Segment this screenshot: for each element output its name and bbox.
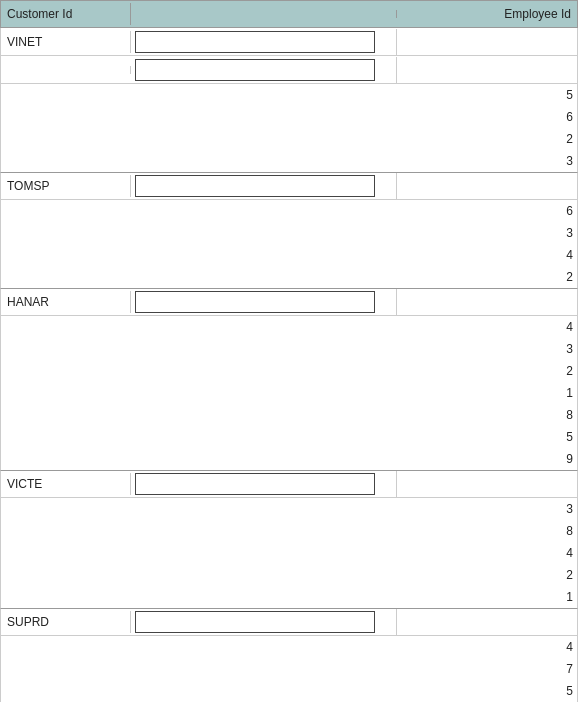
detail-row: 5 bbox=[0, 84, 578, 106]
detail-row: 1 bbox=[0, 382, 578, 404]
group-second-input-field[interactable] bbox=[135, 59, 375, 81]
group-header-row: TOMSP bbox=[0, 172, 578, 200]
detail-employee-value: 6 bbox=[397, 202, 577, 220]
detail-row: 4 bbox=[0, 636, 578, 658]
group-customer-id: VICTE bbox=[1, 473, 131, 495]
detail-employee-value: 4 bbox=[397, 246, 577, 264]
group-employee-cell bbox=[397, 182, 577, 190]
detail-row: 4 bbox=[0, 542, 578, 564]
group-input-field[interactable] bbox=[135, 31, 375, 53]
group-input-field[interactable] bbox=[135, 291, 375, 313]
detail-employee-value: 3 bbox=[397, 500, 577, 518]
group-second-employee-cell bbox=[397, 66, 577, 74]
detail-row: 2 bbox=[0, 266, 578, 288]
group-employee-cell bbox=[397, 38, 577, 46]
detail-row: 3 bbox=[0, 150, 578, 172]
group-input-field[interactable] bbox=[135, 473, 375, 495]
group-second-middle-cell bbox=[131, 57, 397, 83]
detail-employee-value: 3 bbox=[397, 340, 577, 358]
detail-row: 1 bbox=[0, 586, 578, 608]
detail-employee-value: 3 bbox=[397, 224, 577, 242]
detail-row: 3 bbox=[0, 222, 578, 244]
detail-employee-value: 4 bbox=[397, 638, 577, 656]
detail-row: 3 bbox=[0, 498, 578, 520]
groups-container: VINET5623TOMSP6342HANAR4321859VICTE38421… bbox=[0, 28, 578, 702]
group-header-row: VINET bbox=[0, 28, 578, 56]
detail-employee-value: 8 bbox=[397, 406, 577, 424]
detail-employee-value: 1 bbox=[397, 588, 577, 606]
group-middle-cell bbox=[131, 609, 397, 635]
group-second-input-row bbox=[0, 56, 578, 84]
detail-row: 4 bbox=[0, 316, 578, 338]
detail-row: 6 bbox=[0, 106, 578, 128]
detail-row: 6 bbox=[0, 200, 578, 222]
detail-employee-value: 2 bbox=[397, 268, 577, 286]
group-middle-cell bbox=[131, 29, 397, 55]
detail-row: 2 bbox=[0, 564, 578, 586]
group-employee-cell bbox=[397, 618, 577, 626]
detail-employee-value: 2 bbox=[397, 566, 577, 584]
detail-employee-value: 4 bbox=[397, 318, 577, 336]
group-input-field[interactable] bbox=[135, 611, 375, 633]
customer-id-header: Customer Id bbox=[1, 3, 131, 25]
detail-row: 2 bbox=[0, 360, 578, 382]
detail-row: 4 bbox=[0, 244, 578, 266]
main-table: Customer Id Employee Id VINET5623TOMSP63… bbox=[0, 0, 578, 702]
table-header: Customer Id Employee Id bbox=[0, 0, 578, 28]
group-employee-cell bbox=[397, 480, 577, 488]
employee-id-header: Employee Id bbox=[397, 3, 577, 25]
group-customer-id: HANAR bbox=[1, 291, 131, 313]
detail-employee-value: 9 bbox=[397, 450, 577, 468]
detail-employee-value: 7 bbox=[397, 660, 577, 678]
detail-employee-value: 2 bbox=[397, 362, 577, 380]
group-header-row: VICTE bbox=[0, 470, 578, 498]
middle-header bbox=[131, 10, 397, 18]
group-middle-cell bbox=[131, 289, 397, 315]
detail-employee-value: 5 bbox=[397, 86, 577, 104]
group-second-customer-cell bbox=[1, 66, 131, 74]
group-middle-cell bbox=[131, 471, 397, 497]
detail-row: 5 bbox=[0, 680, 578, 702]
group-customer-id: TOMSP bbox=[1, 175, 131, 197]
detail-row: 8 bbox=[0, 404, 578, 426]
detail-employee-value: 5 bbox=[397, 682, 577, 700]
detail-row: 5 bbox=[0, 426, 578, 448]
group-customer-id: VINET bbox=[1, 31, 131, 53]
group-customer-id: SUPRD bbox=[1, 611, 131, 633]
detail-row: 8 bbox=[0, 520, 578, 542]
detail-employee-value: 5 bbox=[397, 428, 577, 446]
group-header-row: HANAR bbox=[0, 288, 578, 316]
group-employee-cell bbox=[397, 298, 577, 306]
detail-row: 2 bbox=[0, 128, 578, 150]
detail-row: 9 bbox=[0, 448, 578, 470]
detail-row: 7 bbox=[0, 658, 578, 680]
group-middle-cell bbox=[131, 173, 397, 199]
detail-employee-value: 6 bbox=[397, 108, 577, 126]
detail-employee-value: 3 bbox=[397, 152, 577, 170]
group-header-row: SUPRD bbox=[0, 608, 578, 636]
detail-employee-value: 1 bbox=[397, 384, 577, 402]
group-input-field[interactable] bbox=[135, 175, 375, 197]
detail-employee-value: 8 bbox=[397, 522, 577, 540]
detail-employee-value: 4 bbox=[397, 544, 577, 562]
detail-row: 3 bbox=[0, 338, 578, 360]
detail-employee-value: 2 bbox=[397, 130, 577, 148]
